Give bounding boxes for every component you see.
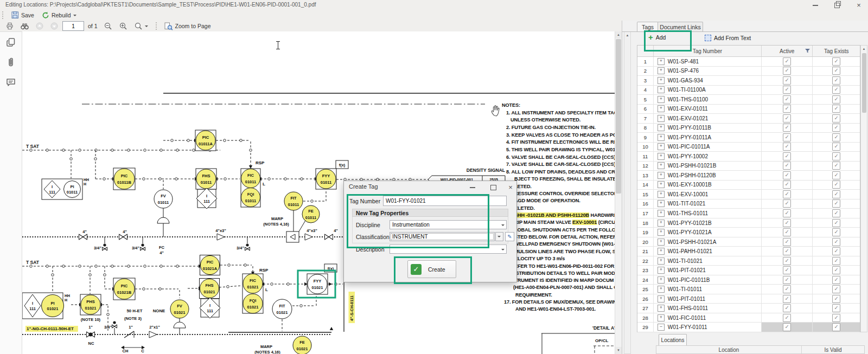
save-button[interactable]: Save [9, 11, 37, 20]
table-row[interactable]: 28+W01-FIC-01011✓✓ [637, 313, 860, 323]
tag-number-cell[interactable]: +W01-TI-01021 [654, 256, 762, 266]
checkbox[interactable]: ✓ [832, 199, 840, 208]
checkbox[interactable]: ✓ [832, 190, 840, 198]
checkbox[interactable]: ✓ [832, 285, 840, 293]
table-row[interactable]: 14+W01-EXY-10001B✓✓ [637, 181, 860, 190]
zoom-out-button[interactable] [101, 22, 115, 31]
table-row[interactable]: 6+W01-EXV-01011✓✓ [637, 105, 860, 114]
checkbox[interactable]: ✓ [783, 143, 791, 151]
tag-number-cell[interactable]: +W01-PIT-01011 [654, 294, 762, 304]
checkbox[interactable]: ✓ [783, 124, 791, 132]
table-row[interactable]: 7+W01-EXV-01021✓✓ [637, 114, 860, 124]
checkbox[interactable]: ✓ [832, 105, 840, 113]
zoom-mode-button[interactable] [132, 22, 151, 31]
expand-icon[interactable]: + [658, 105, 665, 112]
checkbox[interactable]: ✓ [832, 95, 840, 104]
attachments-button[interactable] [6, 57, 16, 70]
table-row[interactable]: 19+W01-PYY-01021A✓✓ [637, 228, 860, 237]
expand-icon[interactable]: + [658, 248, 665, 255]
next-page-button[interactable] [48, 22, 61, 30]
tag-number-cell[interactable]: +W01-PYY-10002 [654, 152, 762, 161]
table-row[interactable]: 8+W01-PYY-01011B✓✓ [637, 124, 860, 133]
tag-number-cell[interactable]: +W01-PIC-01011A [654, 143, 762, 152]
checkbox[interactable]: ✓ [783, 95, 791, 104]
checkbox[interactable]: ✓ [832, 304, 840, 312]
page-thumbnails-button[interactable] [6, 37, 16, 49]
zoom-to-page-button[interactable]: Zoom to Page [162, 22, 214, 31]
pdf-scroll-thumb[interactable] [616, 39, 621, 194]
table-row[interactable]: 11+W01-PYY-10002✓✓ [637, 152, 860, 162]
checkbox[interactable]: ✓ [832, 171, 840, 179]
checkbox[interactable]: ✓ [783, 181, 791, 189]
checkbox[interactable]: ✓ [832, 143, 840, 151]
checkbox[interactable]: ✓ [832, 114, 840, 123]
tag-number-cell[interactable]: +W01-TIT-01021 [654, 199, 762, 209]
checkbox[interactable]: ✓ [783, 114, 791, 123]
tag-number-cell[interactable]: +W01-PYY-01021B [654, 218, 762, 228]
table-row[interactable]: 22+W01-TI-01021✓✓ [637, 256, 860, 266]
checkbox[interactable]: ✓ [832, 86, 840, 94]
checkbox[interactable]: ✓ [832, 133, 840, 141]
checkbox[interactable]: ✓ [832, 295, 840, 303]
expand-icon[interactable]: + [658, 305, 665, 312]
table-row[interactable]: 12+W01-PSHH-01021B✓✓ [637, 162, 860, 171]
checkbox[interactable]: ✓ [783, 276, 791, 284]
expand-icon[interactable]: + [658, 191, 665, 198]
expand-icon[interactable]: + [658, 172, 665, 179]
dialog-minimize-button[interactable] [468, 184, 477, 191]
checkbox[interactable]: ✓ [783, 295, 791, 303]
tag-number-cell[interactable]: +W01-EXY-10001B [654, 181, 762, 190]
expand-icon[interactable]: + [658, 115, 665, 122]
tag-number-cell[interactable]: +W01-PIC-01011B [654, 275, 762, 285]
restore-button[interactable] [830, 1, 844, 9]
minimize-button[interactable] [808, 1, 822, 9]
checkbox[interactable]: ✓ [783, 190, 791, 198]
close-button[interactable]: × [852, 1, 866, 9]
checkbox[interactable]: ✓ [783, 238, 791, 246]
tag-number-cell[interactable]: +W01-EXV-01021 [654, 114, 762, 123]
print-button[interactable] [3, 22, 16, 30]
expand-icon[interactable]: + [658, 286, 665, 293]
dialog-maximize-button[interactable] [488, 184, 498, 191]
checkbox[interactable]: ✓ [832, 57, 840, 66]
header-active[interactable]: Active [762, 46, 813, 56]
table-row[interactable]: 20+W01-PSHH-01021A✓✓ [637, 237, 860, 247]
checkbox[interactable]: ✓ [832, 314, 840, 322]
tag-number-cell[interactable]: +W01-PSHH-01021A [654, 237, 762, 247]
expand-icon[interactable]: + [658, 181, 665, 188]
table-row[interactable]: 18+W01-PYY-01021B✓✓ [637, 218, 860, 228]
find-button[interactable] [18, 22, 31, 30]
checkbox[interactable]: ✓ [783, 257, 791, 265]
expand-icon[interactable]: + [658, 77, 665, 84]
grid-scrollbar[interactable]: ▲ [860, 45, 867, 332]
table-row[interactable]: 17+W01-THS-01011✓✓ [637, 209, 860, 218]
tag-number-cell[interactable]: +W01-EXV-01011 [654, 105, 762, 114]
dialog-titlebar[interactable]: Create Tag × [344, 181, 516, 192]
checkbox[interactable]: ✓ [832, 266, 840, 274]
page-number-input[interactable] [62, 21, 84, 31]
pdf-scrollbar[interactable]: ▲ ▼ [615, 31, 622, 354]
tag-number-cell[interactable]: +W01-PYY-01011B [654, 124, 762, 133]
checkbox[interactable]: ✓ [783, 314, 791, 322]
checkbox[interactable]: ✓ [783, 304, 791, 312]
tag-number-cell[interactable]: +W01-FIC-01011 [654, 313, 762, 323]
tag-number-cell[interactable]: +W01-PSHH-01120B [654, 171, 762, 180]
tag-number-cell[interactable]: +W01-PYY-01021A [654, 228, 762, 237]
expand-icon[interactable]: + [658, 58, 665, 65]
tag-number-cell[interactable]: +W01-EXV-10001 [654, 190, 762, 199]
expand-icon[interactable]: + [658, 67, 665, 74]
checkbox[interactable]: ✓ [832, 152, 840, 160]
tag-number-cell[interactable]: +W01-PYY-01011A [654, 133, 762, 142]
checkbox[interactable]: ✓ [783, 219, 791, 227]
checkbox[interactable]: ✓ [832, 209, 840, 217]
table-row[interactable]: 10+W01-PIC-01011A✓✓ [637, 143, 860, 152]
tag-number-cell[interactable]: +W01-SP-476 [654, 67, 762, 76]
scroll-up-icon[interactable]: ▲ [615, 31, 622, 38]
table-row[interactable]: 21+W01-PAHH-01021✓✓ [637, 247, 860, 256]
table-row[interactable]: 27+W01-FHS-01011✓✓ [637, 304, 860, 313]
zoom-in-button[interactable] [117, 22, 130, 31]
expand-icon[interactable]: + [658, 134, 665, 141]
checkbox[interactable]: ✓ [832, 228, 840, 236]
collapse-icon[interactable]: − [658, 324, 665, 331]
expand-icon[interactable]: + [658, 295, 665, 302]
